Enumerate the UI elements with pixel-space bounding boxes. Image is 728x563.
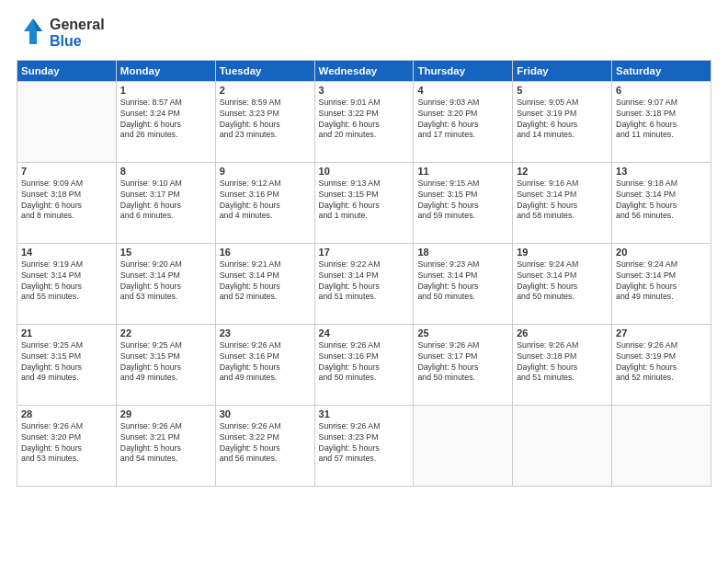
calendar-cell: 6Sunrise: 9:07 AM Sunset: 3:18 PM Daylig… [612,81,711,162]
cell-sun-info: Sunrise: 9:05 AM Sunset: 3:19 PM Dayligh… [517,98,608,142]
cell-sun-info: Sunrise: 9:19 AM Sunset: 3:14 PM Dayligh… [21,259,112,304]
weekday-header: Sunday [17,60,117,81]
day-number: 14 [21,247,112,258]
cell-sun-info: Sunrise: 8:59 AM Sunset: 3:23 PM Dayligh… [220,98,311,142]
calendar-cell: 11Sunrise: 9:15 AM Sunset: 3:15 PM Dayli… [414,162,513,243]
calendar-cell: 17Sunrise: 9:22 AM Sunset: 3:14 PM Dayli… [314,243,414,324]
cell-sun-info: Sunrise: 9:24 AM Sunset: 3:14 PM Dayligh… [517,259,608,304]
calendar-cell: 21Sunrise: 9:25 AM Sunset: 3:15 PM Dayli… [17,324,117,405]
calendar-cell: 18Sunrise: 9:23 AM Sunset: 3:14 PM Dayli… [414,243,513,324]
day-number: 26 [517,327,608,339]
cell-sun-info: Sunrise: 9:21 AM Sunset: 3:14 PM Dayligh… [220,259,311,304]
cell-sun-info: Sunrise: 9:26 AM Sunset: 3:16 PM Dayligh… [319,340,410,385]
calendar-cell: 26Sunrise: 9:26 AM Sunset: 3:18 PM Dayli… [513,324,612,405]
day-number: 8 [120,166,211,177]
calendar-cell [17,81,117,162]
cell-sun-info: Sunrise: 9:26 AM Sunset: 3:16 PM Dayligh… [220,340,311,385]
day-number: 31 [319,408,410,419]
cell-sun-info: Sunrise: 9:10 AM Sunset: 3:17 PM Dayligh… [120,178,211,223]
calendar-cell: 8Sunrise: 9:10 AM Sunset: 3:17 PM Daylig… [116,162,215,243]
cell-sun-info: Sunrise: 9:26 AM Sunset: 3:19 PM Dayligh… [616,340,707,385]
calendar-week-row: 21Sunrise: 9:25 AM Sunset: 3:15 PM Dayli… [17,324,711,405]
day-number: 7 [21,166,112,177]
calendar-cell: 20Sunrise: 9:24 AM Sunset: 3:14 PM Dayli… [612,243,711,324]
day-number: 30 [220,408,311,419]
weekday-header: Monday [116,60,215,81]
logo-blue: Blue [50,33,105,50]
day-number: 28 [21,408,112,419]
day-number: 10 [319,166,410,177]
calendar-cell: 7Sunrise: 9:09 AM Sunset: 3:18 PM Daylig… [17,162,117,243]
day-number: 20 [616,247,707,258]
calendar-cell: 2Sunrise: 8:59 AM Sunset: 3:23 PM Daylig… [215,81,314,162]
day-number: 19 [517,247,608,258]
calendar-cell: 10Sunrise: 9:13 AM Sunset: 3:15 PM Dayli… [314,162,414,243]
calendar-week-row: 1Sunrise: 8:57 AM Sunset: 3:24 PM Daylig… [17,81,711,162]
calendar-cell: 30Sunrise: 9:26 AM Sunset: 3:22 PM Dayli… [215,405,314,486]
calendar-cell: 3Sunrise: 9:01 AM Sunset: 3:22 PM Daylig… [314,81,414,162]
day-number: 3 [319,85,410,96]
cell-sun-info: Sunrise: 9:12 AM Sunset: 3:16 PM Dayligh… [220,178,311,223]
cell-sun-info: Sunrise: 9:20 AM Sunset: 3:14 PM Dayligh… [120,259,211,304]
cell-sun-info: Sunrise: 9:23 AM Sunset: 3:14 PM Dayligh… [417,259,508,304]
cell-sun-info: Sunrise: 8:57 AM Sunset: 3:24 PM Dayligh… [120,98,211,142]
calendar-cell: 16Sunrise: 9:21 AM Sunset: 3:14 PM Dayli… [215,243,314,324]
day-number: 18 [417,247,508,258]
calendar-cell: 31Sunrise: 9:26 AM Sunset: 3:23 PM Dayli… [314,405,414,486]
weekday-header: Thursday [414,60,513,81]
day-number: 16 [220,247,311,258]
calendar-cell: 5Sunrise: 9:05 AM Sunset: 3:19 PM Daylig… [513,81,612,162]
calendar-cell: 29Sunrise: 9:26 AM Sunset: 3:21 PM Dayli… [116,405,215,486]
day-number: 27 [616,327,707,339]
weekday-header: Saturday [612,60,711,81]
day-number: 25 [417,327,508,339]
calendar-cell: 24Sunrise: 9:26 AM Sunset: 3:16 PM Dayli… [314,324,414,405]
calendar-cell: 13Sunrise: 9:18 AM Sunset: 3:14 PM Dayli… [612,162,711,243]
calendar-cell [612,405,711,486]
calendar-cell: 22Sunrise: 9:25 AM Sunset: 3:15 PM Dayli… [116,324,215,405]
day-number: 22 [120,327,211,339]
weekday-header: Friday [513,60,612,81]
cell-sun-info: Sunrise: 9:01 AM Sunset: 3:22 PM Dayligh… [319,98,410,142]
calendar-table: SundayMondayTuesdayWednesdayThursdayFrid… [17,60,711,487]
calendar-header-row: SundayMondayTuesdayWednesdayThursdayFrid… [17,60,711,81]
day-number: 17 [319,247,410,258]
cell-sun-info: Sunrise: 9:26 AM Sunset: 3:23 PM Dayligh… [319,421,410,465]
weekday-header: Wednesday [314,60,414,81]
cell-sun-info: Sunrise: 9:24 AM Sunset: 3:14 PM Dayligh… [616,259,707,304]
calendar-cell: 19Sunrise: 9:24 AM Sunset: 3:14 PM Dayli… [513,243,612,324]
calendar-cell: 23Sunrise: 9:26 AM Sunset: 3:16 PM Dayli… [215,324,314,405]
calendar-cell: 27Sunrise: 9:26 AM Sunset: 3:19 PM Dayli… [612,324,711,405]
day-number: 12 [517,166,608,177]
cell-sun-info: Sunrise: 9:26 AM Sunset: 3:22 PM Dayligh… [220,421,311,465]
day-number: 2 [220,85,311,96]
day-number: 15 [120,247,211,258]
cell-sun-info: Sunrise: 9:25 AM Sunset: 3:15 PM Dayligh… [21,340,112,385]
logo-general: General [50,17,105,33]
calendar-cell: 15Sunrise: 9:20 AM Sunset: 3:14 PM Dayli… [116,243,215,324]
calendar-cell: 28Sunrise: 9:26 AM Sunset: 3:20 PM Dayli… [17,405,117,486]
calendar-cell: 9Sunrise: 9:12 AM Sunset: 3:16 PM Daylig… [215,162,314,243]
page: General Blue SundayMondayTuesdayWednesda… [0,0,728,563]
header: General Blue [17,17,711,51]
day-number: 24 [319,327,410,339]
cell-sun-info: Sunrise: 9:25 AM Sunset: 3:15 PM Dayligh… [120,340,211,385]
calendar-cell: 12Sunrise: 9:16 AM Sunset: 3:14 PM Dayli… [513,162,612,243]
cell-sun-info: Sunrise: 9:09 AM Sunset: 3:18 PM Dayligh… [21,178,112,223]
day-number: 23 [220,327,311,339]
calendar-cell [513,405,612,486]
logo-bird-icon [17,17,46,46]
calendar-cell [414,405,513,486]
calendar-cell: 1Sunrise: 8:57 AM Sunset: 3:24 PM Daylig… [116,81,215,162]
day-number: 5 [517,85,608,96]
cell-sun-info: Sunrise: 9:16 AM Sunset: 3:14 PM Dayligh… [517,178,608,223]
cell-sun-info: Sunrise: 9:26 AM Sunset: 3:20 PM Dayligh… [21,421,112,465]
cell-sun-info: Sunrise: 9:13 AM Sunset: 3:15 PM Dayligh… [319,178,410,223]
weekday-header: Tuesday [215,60,314,81]
logo: General Blue [17,17,105,51]
cell-sun-info: Sunrise: 9:26 AM Sunset: 3:21 PM Dayligh… [120,421,211,465]
calendar-cell: 14Sunrise: 9:19 AM Sunset: 3:14 PM Dayli… [17,243,117,324]
day-number: 1 [120,85,211,96]
cell-sun-info: Sunrise: 9:07 AM Sunset: 3:18 PM Dayligh… [616,98,707,142]
cell-sun-info: Sunrise: 9:03 AM Sunset: 3:20 PM Dayligh… [417,98,508,142]
